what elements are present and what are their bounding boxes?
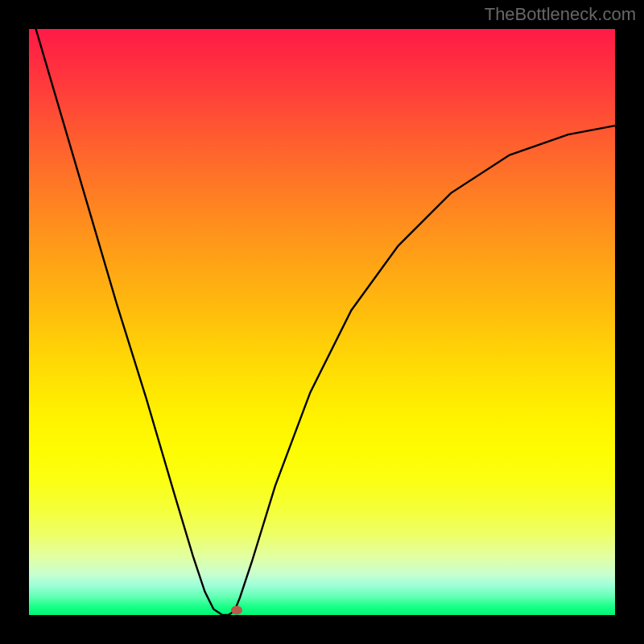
optimal-point-marker [231,606,242,615]
chart-plot-area [29,29,615,615]
bottleneck-curve [29,29,615,615]
watermark-text: TheBottleneck.com [485,4,636,25]
